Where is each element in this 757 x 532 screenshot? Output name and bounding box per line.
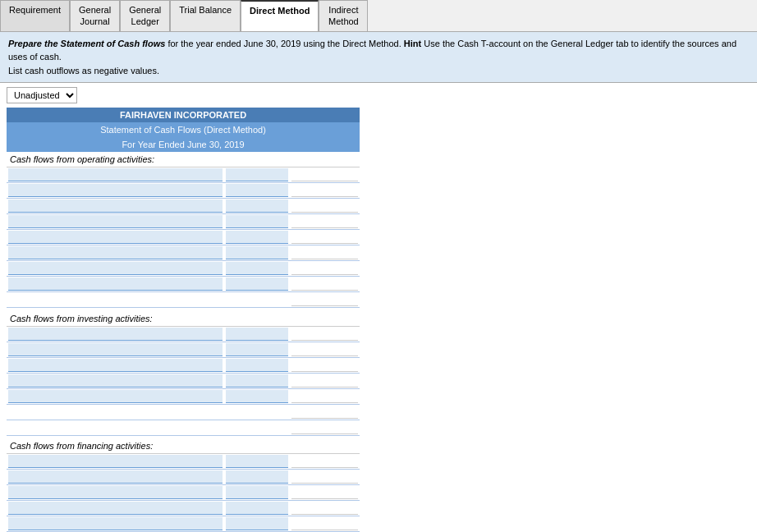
financing-amount-input-2[interactable] [226,470,288,484]
investing-label-input-1[interactable] [8,328,223,341]
investing-amount-input-5[interactable] [226,390,288,403]
operating-amount-input-6[interactable] [226,246,288,259]
operating-total-input-4[interactable] [291,215,358,228]
operating-label-input-5[interactable] [8,231,223,244]
period-row: For Year Ended June 30, 2019 [7,137,360,152]
hint-text3: List cash outflows as negative values. [8,66,159,76]
company-header-row: FAIRHAVEN INCORPORATED [7,108,360,122]
operating-label-input-6[interactable] [8,246,223,259]
table-row [7,470,360,485]
table-row [7,326,360,342]
financing-total-input-4[interactable] [291,502,358,515]
table-row [7,388,360,404]
tab-indirect-method[interactable]: IndirectMethod [319,0,368,31]
operating-total-input-6[interactable] [291,246,358,259]
operating-label-input-8[interactable] [8,277,223,291]
operating-total-input-2[interactable] [291,184,358,197]
financing-amount-input-5[interactable] [226,517,288,530]
table-row [7,454,360,470]
tab-bar: Requirement GeneralJournal GeneralLedger… [0,0,757,32]
hint-box: Prepare the Statement of Cash flows for … [0,32,757,84]
table-row [7,485,360,501]
table-row [7,199,360,214]
operating-amount-input-7[interactable] [226,262,288,275]
operating-total-input-3[interactable] [291,200,358,213]
tab-requirement[interactable]: Requirement [0,0,70,31]
table-row [7,261,360,277]
financing-total-input-5[interactable] [291,517,358,530]
financing-total-input-2[interactable] [291,470,358,484]
financing-label-input-4[interactable] [8,502,223,515]
table-row [7,214,360,230]
operating-total-input-1[interactable] [291,168,358,181]
table-row [7,230,360,245]
operating-total-input-8[interactable] [291,277,358,291]
investing-total-input-1[interactable] [291,328,358,341]
investing-subtotal[interactable] [291,406,358,419]
table-row [7,245,360,261]
table-row [7,167,360,183]
investing-amount-input-2[interactable] [226,343,288,356]
table-row [7,357,360,373]
investing-label-input-2[interactable] [8,343,223,356]
operating-subtotal[interactable] [291,293,358,306]
table-row [7,342,360,357]
unadjusted-dropdown[interactable]: Unadjusted Adjusted [7,87,77,103]
tab-general-ledger[interactable]: GeneralLedger [120,0,170,31]
investing-total-input-3[interactable] [291,359,358,372]
financing-label: Cash flows from financing activities: [7,438,360,454]
financing-label-input-3[interactable] [8,486,223,499]
dropdown-row: Unadjusted Adjusted [0,83,757,108]
investing-label-input-4[interactable] [8,374,223,388]
financing-total-input-1[interactable] [291,455,358,468]
tab-direct-method[interactable]: Direct Method [241,0,319,31]
hint-text1: for the year ended June 30, 2019 using t… [165,39,401,48]
operating-label-input-2[interactable] [8,184,223,197]
operating-amount-input-8[interactable] [226,277,288,291]
statement-title: Statement of Cash Flows (Direct Method) [7,122,360,137]
financing-label-input-5[interactable] [8,517,223,530]
hint-bold2: Hint [401,39,421,48]
table-row [7,373,360,388]
financing-amount-input-3[interactable] [226,486,288,499]
financing-total-input-3[interactable] [291,486,358,499]
company-name: FAIRHAVEN INCORPORATED [7,108,360,122]
operating-section-label: Cash flows from operating activities: [7,152,360,167]
hint-bold-italic: Prepare the Statement of Cash flows [8,39,165,48]
investing-amount-input-3[interactable] [226,359,288,372]
operating-total-input-5[interactable] [291,231,358,244]
operating-amount-input-4[interactable] [226,215,288,228]
operating-total-input-7[interactable] [291,262,358,275]
statement-table: FAIRHAVEN INCORPORATED Statement of Cash… [7,108,360,532]
financing-amount-input-1[interactable] [226,455,288,468]
tab-trial-balance[interactable]: Trial Balance [170,0,241,31]
financing-label-input-2[interactable] [8,470,223,484]
operating-amount-input-2[interactable] [226,184,288,197]
content-area: FAIRHAVEN INCORPORATED Statement of Cash… [0,108,378,532]
table-row [7,292,360,308]
investing-label-input-3[interactable] [8,359,223,372]
investing-total-input-2[interactable] [291,343,358,356]
table-row [7,420,360,435]
operating-amount-input-1[interactable] [226,168,288,181]
table-row [7,404,360,420]
operating-amount-input-3[interactable] [226,200,288,213]
financing-amount-input-4[interactable] [226,502,288,515]
table-row [7,516,360,532]
operating-label-input-4[interactable] [8,215,223,228]
investing-amount-input-1[interactable] [226,328,288,341]
operating-label-input-7[interactable] [8,262,223,275]
investing-label: Cash flows from investing activities: [7,311,360,327]
operating-amount-input-5[interactable] [226,231,288,244]
investing-label-input-5[interactable] [8,390,223,403]
investing-total-input-5[interactable] [291,390,358,403]
financing-label-input-1[interactable] [8,455,223,468]
investing-amount-input-4[interactable] [226,374,288,388]
operating-label-input-3[interactable] [8,200,223,213]
tab-general-journal[interactable]: GeneralJournal [70,0,120,31]
operating-label-input-1[interactable] [8,168,223,181]
investing-total-input-4[interactable] [291,374,358,388]
investing-section-label: Cash flows from investing activities: [7,311,360,327]
table-row [7,183,360,199]
investing-total[interactable] [291,421,358,434]
